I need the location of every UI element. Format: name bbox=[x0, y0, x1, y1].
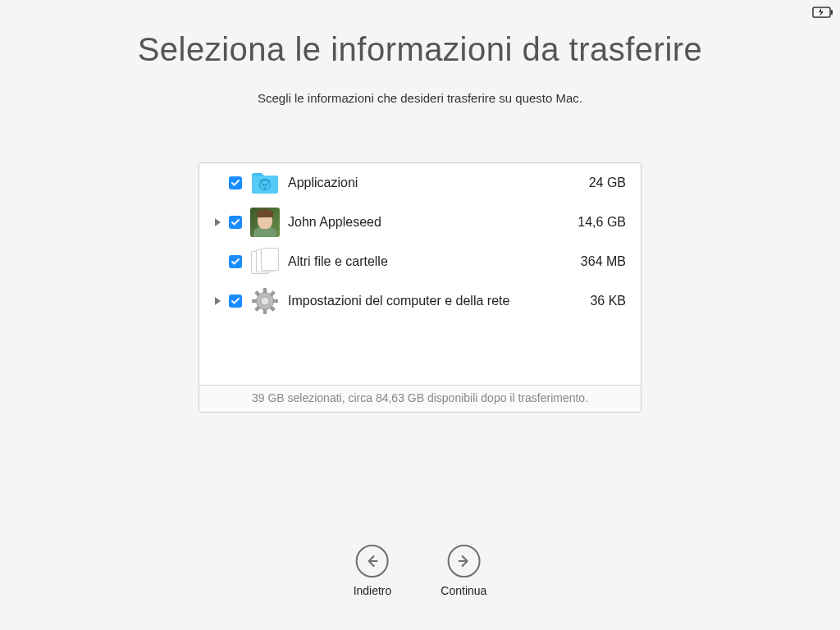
checkbox-applicazioni[interactable] bbox=[229, 176, 242, 189]
applications-folder-icon bbox=[250, 168, 280, 198]
list-item[interactable]: Altri file e cartelle 364 MB bbox=[199, 242, 641, 281]
disclosure-triangle-icon[interactable] bbox=[215, 218, 221, 226]
arrow-right-icon bbox=[447, 545, 480, 578]
checkbox-john-appleseed[interactable] bbox=[229, 216, 242, 229]
continue-button[interactable]: Continua bbox=[441, 545, 486, 597]
back-label: Indietro bbox=[354, 584, 392, 597]
checkbox-altri-file[interactable] bbox=[229, 255, 242, 268]
list-item[interactable]: Applicazioni 24 GB bbox=[199, 163, 641, 203]
item-label: Applicazioni bbox=[288, 176, 589, 190]
arrow-left-icon bbox=[356, 545, 389, 578]
continue-label: Continua bbox=[441, 584, 486, 597]
documents-icon bbox=[250, 247, 280, 276]
transfer-items-panel: Applicazioni 24 GB John Appleseed 14,6 G… bbox=[199, 162, 641, 413]
item-size: 24 GB bbox=[589, 176, 629, 190]
list-item[interactable]: John Appleseed 14,6 GB bbox=[199, 203, 641, 242]
item-size: 36 KB bbox=[590, 294, 629, 308]
page-title: Seleziona le informazioni da trasferire bbox=[0, 31, 840, 68]
back-button[interactable]: Indietro bbox=[354, 545, 392, 597]
selection-summary: 39 GB selezionati, circa 84,63 GB dispon… bbox=[199, 385, 641, 412]
item-size: 14,6 GB bbox=[578, 215, 629, 230]
page-subtitle: Scegli le informazioni che desideri tras… bbox=[0, 91, 840, 105]
item-label: Impostazioni del computer e della rete bbox=[288, 294, 590, 308]
battery-charging-icon bbox=[812, 7, 833, 18]
item-size: 364 MB bbox=[581, 254, 629, 269]
user-avatar-icon bbox=[250, 208, 280, 237]
disclosure-triangle-icon[interactable] bbox=[215, 297, 221, 305]
list-item[interactable]: Impostazioni del computer e della rete 3… bbox=[199, 281, 641, 321]
item-label: Altri file e cartelle bbox=[288, 254, 581, 269]
svg-rect-1 bbox=[831, 10, 833, 15]
gear-icon bbox=[250, 286, 280, 316]
item-label: John Appleseed bbox=[288, 215, 578, 230]
svg-point-12 bbox=[261, 297, 269, 305]
checkbox-impostazioni[interactable] bbox=[229, 294, 242, 308]
